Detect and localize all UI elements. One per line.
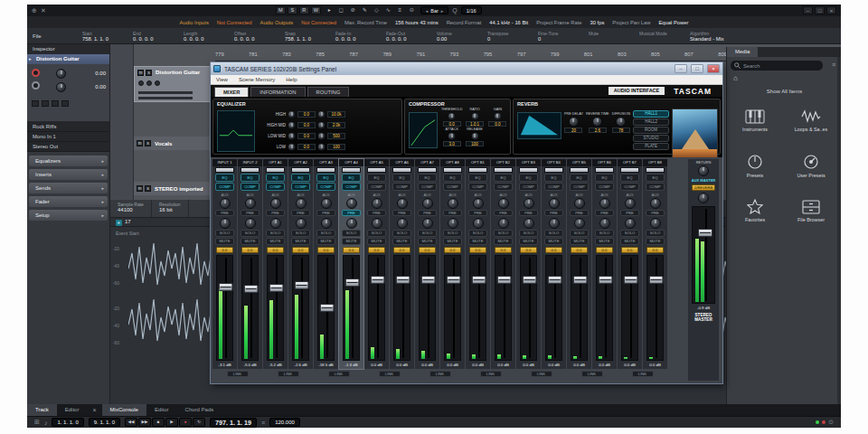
window-control-button[interactable]: × [826, 6, 836, 14]
aux-send-knob[interactable] [397, 198, 408, 209]
menu-item[interactable]: View [216, 77, 228, 82]
close-lower-zone-icon[interactable]: × [87, 407, 101, 413]
performance-meter-icon[interactable]: ⊙ [828, 419, 834, 426]
fader-cap[interactable] [370, 276, 384, 284]
transport-button[interactable]: ● [179, 418, 192, 427]
right-locator-display[interactable]: 9. 1. 1. 0 [89, 418, 120, 427]
channel-comp-button[interactable]: COMP [620, 183, 639, 191]
solo-button[interactable]: s [145, 185, 151, 192]
channel-comp-button[interactable]: COMP [215, 183, 234, 191]
channel-comp-button[interactable]: COMP [519, 183, 538, 191]
channel-eq-button[interactable]: EQ [392, 174, 411, 182]
channel-eq-button[interactable]: EQ [443, 174, 462, 182]
mute-button[interactable]: MUTE [215, 238, 234, 245]
aux-master-knob[interactable] [698, 193, 709, 203]
aux-send-knob[interactable] [625, 198, 636, 209]
media-tile-file-browser[interactable]: File Browser [785, 190, 837, 231]
channel-fader-area[interactable] [596, 255, 613, 361]
zone-tab[interactable]: Track [27, 404, 57, 416]
mute-button[interactable]: m [137, 70, 144, 76]
monitor-button[interactable] [32, 81, 40, 90]
pre-button[interactable]: PRE [443, 210, 462, 216]
channel-eq-button[interactable]: EQ [342, 174, 361, 182]
channel-fader-area[interactable] [343, 255, 360, 361]
tool-icon[interactable]: ≡ [395, 6, 405, 14]
tool-icon[interactable]: ✎ [360, 6, 370, 14]
maximize-button[interactable]: □ [691, 64, 703, 73]
reverb-knob[interactable] [592, 117, 602, 127]
inspector-section-header[interactable]: Inserts [29, 169, 108, 180]
mute-button[interactable]: MUTE [316, 238, 335, 245]
solo-button[interactable]: SOLO [570, 230, 589, 237]
pre-button[interactable]: PRE [468, 210, 487, 216]
channel-comp-button[interactable]: COMP [468, 183, 487, 191]
inspector-tab[interactable]: Inspector [27, 44, 109, 54]
timeline-ruler[interactable]: 7797817837857877897917937957977998018038… [215, 52, 727, 61]
info-field[interactable]: Length 0. 0. 0. 0 [181, 31, 231, 42]
channel-fader-area[interactable] [469, 255, 486, 361]
pre-button[interactable]: PRE [418, 210, 437, 216]
pre-button[interactable]: PRE [215, 210, 234, 216]
position-display[interactable]: 797. 1. 1. 19 [210, 418, 257, 428]
zone-tab[interactable]: Editor [57, 404, 88, 416]
lower-zone-tab[interactable]: MixConsole [102, 404, 146, 416]
channel-eq-button[interactable]: EQ [367, 174, 386, 182]
solo-button[interactable]: SOLO [519, 230, 538, 237]
link-button[interactable]: LINK [278, 371, 299, 377]
solo-button[interactable]: SOLO [646, 230, 665, 237]
tool-icon[interactable]: ▸ [325, 6, 335, 14]
channel-fader-area[interactable] [419, 255, 436, 361]
channel-eq-button[interactable]: EQ [646, 174, 665, 182]
mute-button[interactable]: MUTE [443, 238, 462, 245]
channel-comp-button[interactable]: COMP [418, 183, 437, 191]
inspector-io-row[interactable]: Rock Riffs [27, 122, 109, 132]
quantize-select[interactable]: 1/16 [461, 6, 482, 14]
aux-send-knob[interactable] [574, 198, 585, 209]
channel-comp-button[interactable]: COMP [342, 183, 361, 191]
pre-button[interactable]: PRE [519, 210, 538, 216]
channel-fader-area[interactable] [267, 255, 284, 361]
channel-comp-button[interactable]: COMP [266, 183, 285, 191]
pan-knob[interactable] [220, 218, 231, 229]
channel-eq-button[interactable]: EQ [291, 174, 310, 182]
window-control-button[interactable]: – [803, 6, 813, 14]
eq-gain-knob[interactable] [288, 110, 296, 118]
inspector-io-row[interactable]: Mono In 1 [27, 132, 109, 142]
compressor-knob[interactable] [471, 112, 479, 120]
solo-button[interactable]: s [145, 140, 151, 146]
pan-knob[interactable] [625, 218, 636, 229]
mute-button[interactable]: MUTE [570, 238, 589, 245]
mute-button[interactable]: MUTE [367, 238, 386, 245]
pan-knob[interactable] [296, 218, 307, 229]
channel-comp-button[interactable]: COMP [241, 183, 259, 191]
tool-icon[interactable]: ◇ [372, 6, 382, 14]
media-tile-loops[interactable]: Loops & Sa..es [785, 99, 837, 141]
fader-cap[interactable] [446, 276, 460, 284]
info-field[interactable]: Volume 0.00 [434, 31, 485, 42]
channel-comp-button[interactable]: COMP [291, 183, 310, 191]
fader-cap[interactable] [471, 276, 486, 284]
fader-cap[interactable] [395, 276, 410, 284]
pre-button[interactable]: PRE [392, 210, 411, 216]
aux-send-knob[interactable] [245, 198, 256, 209]
pan-knob[interactable] [346, 218, 357, 229]
link-button[interactable]: LINK [379, 371, 401, 377]
info-field[interactable]: Transpose 0 [485, 31, 535, 42]
eq-freq-knob[interactable] [317, 121, 326, 129]
solo-button[interactable]: SOLO [392, 230, 411, 237]
record-enable-button[interactable] [32, 69, 40, 77]
pre-button[interactable]: PRE [646, 210, 665, 216]
pre-button[interactable]: PRE [316, 210, 335, 216]
fader-cap[interactable] [218, 283, 232, 291]
compressor-knob[interactable] [471, 132, 479, 140]
pre-button[interactable]: PRE [595, 210, 614, 216]
mute-button[interactable]: MUTE [544, 238, 563, 245]
midi-input-icon[interactable]: ♪ [44, 420, 48, 426]
file-menu-button[interactable]: File [33, 33, 80, 39]
pan-knob[interactable] [498, 218, 509, 229]
solo-button[interactable]: SOLO [266, 230, 285, 237]
channel-fader-area[interactable] [216, 255, 233, 361]
compressor-knob[interactable] [448, 132, 456, 140]
channel-fader-area[interactable] [646, 255, 664, 361]
channel-eq-button[interactable]: EQ [266, 174, 285, 182]
